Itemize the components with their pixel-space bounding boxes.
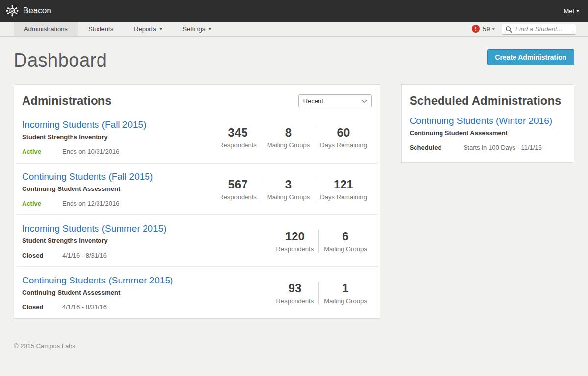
- notification-count: 59: [483, 25, 490, 33]
- stat-value: 121: [320, 178, 367, 191]
- user-name: Mel: [564, 7, 574, 15]
- status-badge: Closed: [22, 304, 62, 311]
- search-input[interactable]: [502, 24, 576, 35]
- stat-mailing-groups: 8 Mailing Groups: [262, 126, 315, 149]
- beacon-logo-icon: [6, 4, 19, 17]
- nav-tabs: Administrations Students Reports ▾ Setti…: [14, 22, 221, 36]
- administration-link[interactable]: Continuing Students (Summer 2015): [22, 275, 173, 286]
- stat-mailing-groups: 1 Mailing Groups: [318, 282, 371, 305]
- notification-menu[interactable]: ! 59 ▾: [472, 25, 495, 33]
- administration-item: Continuing Students (Summer 2015) Contin…: [14, 267, 380, 318]
- administrations-heading: Administrations: [22, 94, 112, 108]
- stat-respondents: 93 Respondents: [271, 282, 319, 305]
- scheduled-administrations-panel: Scheduled Administrations Continuing Stu…: [401, 84, 574, 163]
- stat-value: 120: [276, 230, 314, 243]
- administration-dates: Ends on 10/31/2016: [62, 148, 119, 155]
- stat-label: Days Remaining: [320, 141, 367, 149]
- stat-mailing-groups: 6 Mailing Groups: [318, 230, 371, 253]
- administration-stats: 345 Respondents 8 Mailing Groups 60 Days…: [214, 126, 371, 149]
- stat-respondents: 567 Respondents: [214, 178, 262, 201]
- chevron-down-icon: ▾: [492, 27, 495, 31]
- student-search: [502, 24, 576, 35]
- stat-respondents: 345 Respondents: [214, 126, 262, 149]
- stat-value: 8: [267, 126, 310, 140]
- stat-label: Respondents: [219, 141, 257, 149]
- user-menu[interactable]: Mel ▾: [564, 7, 579, 15]
- page-content: Dashboard Create Administration Administ…: [0, 47, 588, 350]
- administration-link[interactable]: Incoming Students (Summer 2015): [22, 223, 167, 234]
- stat-value: 345: [219, 126, 257, 140]
- stat-value: 6: [324, 230, 367, 243]
- nav-tab-students[interactable]: Students: [78, 22, 123, 36]
- scheduled-heading: Scheduled Administrations: [410, 94, 562, 108]
- stat-label: Days Remaining: [320, 193, 367, 201]
- assessment-name: Continuing Student Assessment: [22, 289, 271, 296]
- status-badge: Active: [22, 200, 62, 207]
- create-administration-button[interactable]: Create Administration: [487, 49, 574, 65]
- stat-label: Respondents: [276, 297, 314, 305]
- stat-mailing-groups: 3 Mailing Groups: [262, 178, 315, 201]
- nav-tab-label: Administrations: [24, 25, 68, 33]
- page-header: Dashboard Create Administration: [14, 47, 574, 79]
- administration-dates: 4/1/16 - 8/31/16: [62, 304, 107, 311]
- scheduled-item: Continuing Students (Winter 2016) Contin…: [402, 112, 574, 162]
- stat-value: 60: [320, 126, 367, 140]
- stat-value: 3: [267, 178, 310, 191]
- nav-tab-label: Students: [88, 25, 113, 33]
- stat-value: 93: [276, 282, 314, 295]
- nav-tab-label: Reports: [134, 25, 156, 33]
- administration-stats: 93 Respondents 1 Mailing Groups: [271, 282, 372, 305]
- assessment-name: Continuing Student Assessment: [22, 185, 214, 192]
- stat-label: Respondents: [219, 193, 257, 201]
- administrations-panel: Administrations Recent Incoming Students…: [14, 84, 380, 319]
- assessment-name: Student Strengths Inventory: [22, 133, 214, 141]
- stat-days-remaining: 121 Days Remaining: [315, 178, 371, 201]
- stat-days-remaining: 60 Days Remaining: [315, 126, 371, 149]
- assessment-name: Continuing Student Assessment: [410, 129, 566, 137]
- administration-link[interactable]: Continuing Students (Winter 2016): [410, 116, 553, 126]
- nav-tab-administrations[interactable]: Administrations: [14, 22, 78, 36]
- search-icon: [506, 26, 512, 35]
- status-badge: Closed: [22, 252, 62, 259]
- alert-icon: !: [472, 25, 480, 33]
- stat-respondents: 120 Respondents: [271, 230, 319, 253]
- nav-right: ! 59 ▾: [472, 22, 576, 36]
- administration-dates: 4/1/16 - 8/31/16: [62, 252, 107, 259]
- administration-item: Continuing Students (Fall 2015) Continui…: [14, 164, 380, 214]
- status-badge: Active: [22, 148, 62, 155]
- chevron-down-icon: ▾: [209, 27, 212, 31]
- sort-select-value: Recent: [303, 97, 323, 105]
- administration-dates: Ends on 12/31/2016: [62, 200, 119, 207]
- navbar: Administrations Students Reports ▾ Setti…: [0, 22, 588, 37]
- stat-label: Mailing Groups: [267, 193, 310, 201]
- topbar: Beacon Mel ▾: [0, 0, 588, 22]
- nav-tab-settings[interactable]: Settings ▾: [172, 22, 221, 36]
- nav-tab-label: Settings: [182, 25, 205, 33]
- sort-select[interactable]: Recent: [298, 94, 372, 107]
- administration-link[interactable]: Continuing Students (Fall 2015): [22, 171, 153, 182]
- brand[interactable]: Beacon: [6, 4, 51, 17]
- stat-value: 1: [324, 282, 367, 295]
- administration-item: Incoming Students (Summer 2015) Student …: [14, 215, 380, 266]
- chevron-down-icon: ▾: [577, 9, 580, 13]
- chevron-down-icon: [361, 97, 367, 105]
- stat-label: Respondents: [276, 245, 314, 253]
- assessment-name: Student Strengths Inventory: [22, 237, 271, 244]
- nav-tab-reports[interactable]: Reports ▾: [123, 22, 172, 36]
- copyright-text: © 2015 Campus Labs: [14, 342, 574, 350]
- administration-stats: 567 Respondents 3 Mailing Groups 121 Day…: [214, 178, 371, 201]
- administration-dates: Starts in 100 Days - 11/1/16: [464, 144, 542, 151]
- status-badge: Scheduled: [410, 144, 464, 151]
- page-title: Dashboard: [14, 50, 107, 71]
- stat-label: Mailing Groups: [324, 245, 367, 253]
- stat-value: 567: [219, 178, 257, 191]
- administration-stats: 120 Respondents 6 Mailing Groups: [271, 230, 372, 253]
- stat-label: Mailing Groups: [267, 141, 310, 149]
- administration-link[interactable]: Incoming Students (Fall 2015): [22, 119, 146, 130]
- administration-item: Incoming Students (Fall 2015) Student St…: [14, 112, 380, 163]
- chevron-down-icon: ▾: [159, 27, 162, 31]
- brand-label: Beacon: [23, 6, 51, 16]
- stat-label: Mailing Groups: [324, 297, 367, 305]
